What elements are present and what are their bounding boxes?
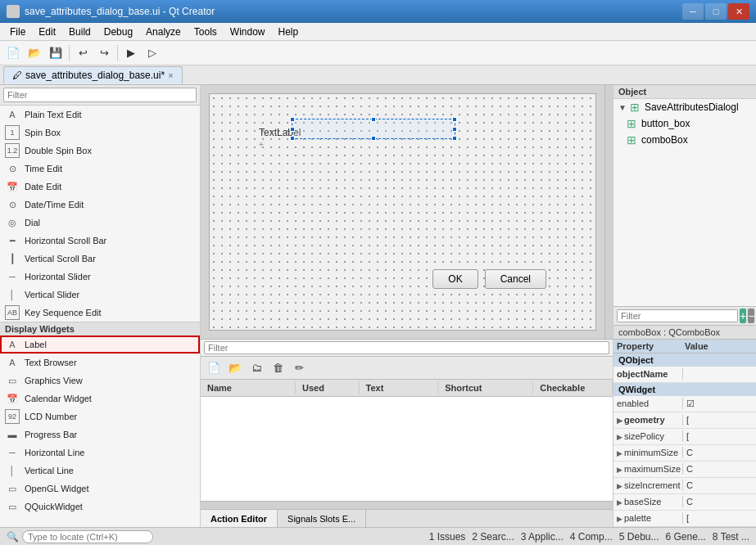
- toolbar-redo[interactable]: ↪: [94, 43, 114, 63]
- action-new-btn[interactable]: 📄: [204, 358, 224, 378]
- canvas-area[interactable]: TextLabel +: [201, 85, 604, 339]
- datetime-edit-icon: ⊙: [5, 197, 20, 212]
- status-debug[interactable]: 5 Debu...: [619, 531, 659, 543]
- menu-build[interactable]: Build: [62, 25, 97, 39]
- menu-help[interactable]: Help: [272, 25, 306, 39]
- toolbar-open[interactable]: 📂: [25, 43, 44, 63]
- widget-lcd-number[interactable]: 92 LCD Number: [0, 408, 200, 426]
- widget-text-browser[interactable]: A Text Browser: [0, 354, 200, 372]
- menu-analyze[interactable]: Analyze: [139, 25, 188, 39]
- widget-vertical-slider[interactable]: │ Vertical Slider: [0, 286, 200, 304]
- widget-vertical-scrollbar[interactable]: ┃ Vertical Scroll Bar: [0, 250, 200, 268]
- prop-objectname-value[interactable]: [683, 373, 756, 375]
- prop-filter-add-btn[interactable]: +: [740, 309, 746, 323]
- canvas-vscroll[interactable]: [604, 85, 613, 339]
- status-issues[interactable]: 1 Issues: [429, 531, 466, 543]
- prop-maxsize-value: C: [683, 463, 756, 475]
- col-shortcut: Shortcut: [438, 381, 533, 394]
- widget-calendar[interactable]: 📅 Calendar Widget: [0, 390, 200, 408]
- tab-action-editor[interactable]: Action Editor: [201, 510, 278, 527]
- canvas-cancel-button[interactable]: Cancel: [485, 269, 546, 289]
- menu-debug[interactable]: Debug: [97, 25, 139, 39]
- toolbar-undo[interactable]: ↩: [73, 43, 93, 63]
- prop-sizeincrement-label: ▶sizeIncrement: [613, 480, 683, 491]
- widget-double-spin-box[interactable]: 1.2 Double Spin Box: [0, 142, 200, 160]
- minimize-button[interactable]: ─: [682, 3, 704, 20]
- action-edit-btn[interactable]: ✏: [289, 358, 309, 378]
- object-type-icon: ⊞: [630, 101, 640, 114]
- handle-bm: [371, 136, 376, 141]
- status-items: 1 Issues 2 Searc... 3 Applic... 4 Comp..…: [429, 531, 749, 543]
- canvas-ok-button[interactable]: OK: [432, 269, 478, 289]
- main-toolbar: 📄 📂 💾 ↩ ↪ ▶ ▷: [0, 41, 756, 65]
- menu-file[interactable]: File: [3, 25, 32, 39]
- chevron-right-icon-4[interactable]: ▶: [617, 466, 622, 474]
- widget-key-sequence-edit[interactable]: AB Key Sequence Edit: [0, 304, 200, 322]
- close-button[interactable]: ✕: [728, 3, 749, 20]
- status-search[interactable]: 2 Searc...: [472, 531, 514, 543]
- widget-horizontal-slider[interactable]: ─ Horizontal Slider: [0, 268, 200, 286]
- chevron-right-icon-6[interactable]: ▶: [617, 498, 622, 507]
- status-comp[interactable]: 4 Comp...: [570, 531, 613, 543]
- widget-qquick[interactable]: ▭ QQuickWidget: [0, 498, 200, 516]
- chevron-right-icon-7[interactable]: ▶: [617, 515, 622, 523]
- prop-filter-remove-btn[interactable]: −: [748, 309, 754, 323]
- action-delete-btn[interactable]: 🗑: [268, 358, 287, 378]
- status-test[interactable]: 8 Test ...: [713, 531, 749, 543]
- widget-datetime-edit[interactable]: ⊙ Date/Time Edit: [0, 196, 200, 214]
- menu-window[interactable]: Window: [224, 25, 272, 39]
- status-search-input[interactable]: [22, 530, 153, 543]
- widget-label[interactable]: A Label: [0, 336, 200, 354]
- col-name: Name: [201, 381, 296, 394]
- widget-opengl[interactable]: ▭ OpenGL Widget: [0, 480, 200, 498]
- widget-dial[interactable]: ◎ Dial: [0, 214, 200, 232]
- menu-tools[interactable]: Tools: [188, 25, 224, 39]
- bottom-panel: 📄 📂 🗂 🗑 ✏ Name Used Text Shortcut Checka…: [201, 339, 613, 527]
- widget-graphics-view[interactable]: ▭ Graphics View: [0, 372, 200, 390]
- toolbar-debug[interactable]: ▶: [121, 43, 141, 63]
- center-panel: TextLabel +: [201, 85, 613, 527]
- prop-filter-input[interactable]: [617, 309, 738, 322]
- tab-signals-slots[interactable]: Signals Slots E...: [278, 510, 366, 527]
- chevron-right-icon[interactable]: ▶: [617, 417, 622, 425]
- prop-enabled-value[interactable]: ☑: [683, 398, 756, 410]
- object-tree-combobox[interactable]: ⊞ comboBox: [613, 132, 756, 148]
- widget-plain-text-edit[interactable]: A Plain Text Edit: [0, 106, 200, 124]
- widget-filter-input[interactable]: [3, 88, 197, 102]
- object-root-label: SaveAttributesDialogl: [645, 101, 739, 113]
- toolbar-new[interactable]: 📄: [3, 43, 23, 63]
- right-panel: Object ▼ ⊞ SaveAttributesDialogl ⊞ butto…: [613, 85, 756, 527]
- widget-qquick-label: QQuickWidget: [25, 502, 83, 511]
- maximize-button[interactable]: □: [705, 3, 727, 20]
- widget-progress-bar[interactable]: ▬ Progress Bar: [0, 426, 200, 444]
- widget-time-edit[interactable]: ⊙ Time Edit: [0, 160, 200, 178]
- widget-horizontal-scrollbar[interactable]: ━ Horizontal Scroll Bar: [0, 232, 200, 250]
- widget-date-edit[interactable]: 📅 Date Edit: [0, 178, 200, 196]
- widget-vertical-line[interactable]: │ Vertical Line: [0, 462, 200, 480]
- widget-horizontal-line[interactable]: ─ Horizontal Line: [0, 444, 200, 462]
- widget-key-sequence-edit-label: Key Sequence Edit: [25, 308, 102, 318]
- filetab-main[interactable]: 🖊 save_attributes_dialog_base.ui* ×: [3, 66, 183, 83]
- action-table-header: Name Used Text Shortcut Checkable: [201, 380, 613, 397]
- bottom-tabs: Action Editor Signals Slots E...: [201, 509, 613, 527]
- widget-spin-box[interactable]: 1 Spin Box: [0, 124, 200, 142]
- status-gene[interactable]: 6 Gene...: [665, 531, 705, 543]
- window-controls[interactable]: ─ □ ✕: [682, 3, 749, 20]
- widget-progress-bar-label: Progress Bar: [25, 430, 77, 439]
- action-hscroll[interactable]: [201, 501, 613, 509]
- chevron-right-icon-5[interactable]: ▶: [617, 482, 622, 490]
- toolbar-sep-1: [69, 45, 70, 61]
- handle-tl: [290, 117, 295, 122]
- action-open-btn[interactable]: 📂: [225, 358, 245, 378]
- object-tree-root[interactable]: ▼ ⊞ SaveAttributesDialogl: [613, 99, 756, 115]
- toolbar-run[interactable]: ▷: [143, 43, 162, 63]
- chevron-right-icon-3[interactable]: ▶: [617, 449, 622, 457]
- status-applic[interactable]: 3 Applic...: [521, 531, 564, 543]
- filetab-close-btn[interactable]: ×: [168, 70, 173, 80]
- action-filter-input[interactable]: [204, 341, 609, 354]
- action-folder-btn[interactable]: 🗂: [247, 358, 266, 378]
- toolbar-save[interactable]: 💾: [46, 43, 66, 63]
- object-tree-button-box[interactable]: ⊞ button_box: [613, 115, 756, 132]
- menu-edit[interactable]: Edit: [32, 25, 62, 39]
- chevron-right-icon-2[interactable]: ▶: [617, 433, 622, 441]
